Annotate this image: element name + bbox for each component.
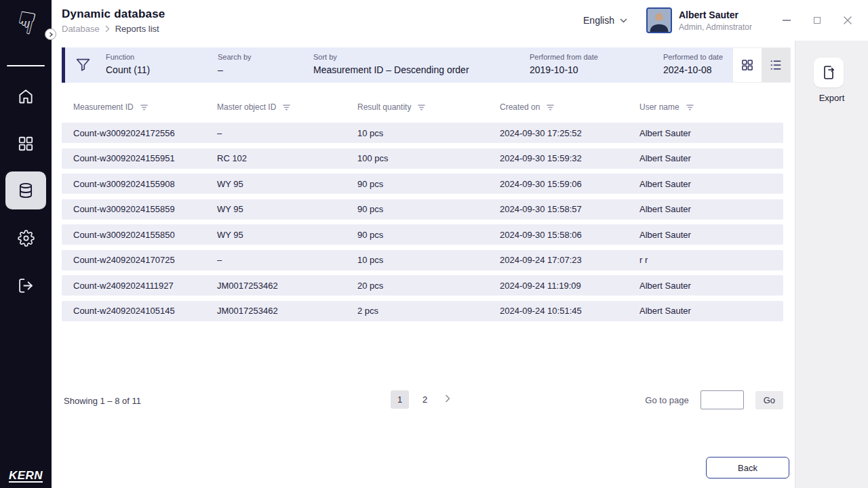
table-header-row: Measurement IDMaster object IDResult qua… [62,100,783,114]
sidebar: ☟ KERN [0,0,52,488]
pagination: Showing 1 – 8 of 11 12 Go to page Go [62,390,783,411]
column-header-master-object-id[interactable]: Master object ID [217,102,357,112]
table-row[interactable]: Count-w30092024172556–10 pcs2024-09-30 1… [62,123,783,143]
filter-field-function[interactable]: FunctionCount (11) [106,53,150,75]
filter-field-performed-from-date[interactable]: Performed from date2019-10-10 [530,53,598,75]
table-cell: Count-w24092024105145 [73,306,217,316]
column-filter-icon[interactable] [546,103,555,112]
table-row[interactable]: Count-w30092024155850WY 9590 pcs2024-09-… [62,224,783,245]
table-cell: 2024-09-30 17:25:52 [500,128,639,138]
table-row[interactable]: Count-w24092024111927JM001725346220 pcs2… [62,275,783,296]
sidebar-item-logout[interactable] [0,266,52,304]
avatar[interactable] [646,7,672,33]
settings-icon [18,230,35,247]
filter-field-sort-by[interactable]: Sort byMeasurement ID – Descending order [313,53,469,75]
column-filter-icon[interactable] [282,103,291,112]
page-button-2[interactable]: 2 [416,390,434,409]
goto-page-input[interactable] [701,390,744,409]
table-cell: Albert Sauter [639,230,783,240]
table-row[interactable]: Count-w24092024170725–10 pcs2024-09-24 1… [62,250,783,270]
column-header-measurement-id[interactable]: Measurement ID [73,102,217,112]
kern-wordmark: KERN [0,469,52,483]
grid-view-icon [741,58,754,72]
sidebar-item-home[interactable] [0,77,52,115]
breadcrumb-current: Reports list [115,24,159,34]
language-selector[interactable]: English [583,15,627,26]
column-filter-icon[interactable] [417,103,426,112]
user-role: Admin, Adminstrator [679,22,752,32]
breadcrumb: Database Reports list [62,24,165,34]
reports-table: Measurement IDMaster object IDResult qua… [62,100,783,326]
sidebar-expand-button[interactable] [45,28,56,40]
table-cell: RC 102 [217,153,357,163]
grid-view-button[interactable] [733,48,762,82]
table-row[interactable]: Count-w24092024105145JM00172534622 pcs20… [62,301,783,321]
table-cell: Count-w30092024155859 [73,204,217,214]
filter-field-performed-to-date[interactable]: Performed to date2024-10-08 [663,53,723,75]
table-cell: 90 pcs [357,204,500,214]
minimize-button[interactable] [782,16,791,25]
header-right: English Albert Sauter Admin, Adminstrato… [583,7,868,33]
table-cell: 2024-09-30 15:58:57 [500,204,639,214]
next-page-button[interactable] [441,392,454,407]
table-cell: Albert Sauter [639,204,783,214]
back-button[interactable]: Back [706,457,789,479]
database-icon [17,182,35,199]
column-header-created-on[interactable]: Created on [500,102,639,112]
export-label: Export [795,93,868,103]
user-photo [648,9,671,32]
filter-field-label: Sort by [313,53,469,61]
table-cell: 2024-09-30 15:59:06 [500,179,639,189]
page-button-1[interactable]: 1 [391,390,409,409]
column-filter-icon[interactable] [140,103,149,112]
column-header-user-name[interactable]: User name [639,102,783,112]
table-cell: 2024-09-30 15:59:32 [500,153,639,163]
table-cell: WY 95 [217,230,357,240]
kern-hand-logo: ☟ [0,8,52,38]
table-cell: 2024-09-30 15:58:06 [500,230,639,240]
chevron-down-icon [620,18,627,23]
export-button[interactable] [814,58,844,87]
table-row[interactable]: Count-w30092024155859WY 9590 pcs2024-09-… [62,199,783,220]
column-header-result-quantity[interactable]: Result quantity [357,102,500,112]
list-view-button[interactable] [762,48,790,82]
close-icon [844,16,852,24]
close-button[interactable] [843,16,852,25]
export-icon [821,64,837,81]
table-cell: WY 95 [217,179,357,189]
maximize-icon [814,17,821,24]
breadcrumb-separator-icon [105,25,110,33]
goto-page: Go to page Go [645,390,783,409]
filter-field-label: Function [106,53,150,61]
breadcrumb-database[interactable]: Database [62,24,100,34]
table-cell: Count-w24092024111927 [73,281,217,291]
table-cell: JM0017253462 [217,306,357,316]
title-block: Dynamic database Database Reports list [62,7,165,34]
filter-fields: FunctionCount (11)Search by–Sort byMeasu… [65,47,732,83]
app-window: ☟ KERN Dynamic database Database R [0,0,868,488]
maximize-button[interactable] [812,16,822,25]
column-filter-icon[interactable] [686,103,694,112]
table-cell: 90 pcs [357,179,500,189]
user-name: Albert Sauter [679,9,752,20]
filter-field-search-by[interactable]: Search by– [218,53,252,75]
column-label: Created on [500,102,540,112]
column-label: User name [639,102,679,112]
go-button[interactable]: Go [755,391,783,409]
filter-field-value: Measurement ID – Descending order [313,64,469,75]
table-cell: 10 pcs [357,255,500,265]
sidebar-item-database[interactable] [5,171,46,209]
table-row[interactable]: Count-w30092024155908WY 9590 pcs2024-09-… [62,174,783,194]
goto-page-label: Go to page [645,395,688,405]
table-cell: Count-w30092024155908 [73,179,217,189]
window-controls [782,16,852,25]
sidebar-item-settings[interactable] [0,219,52,257]
table-cell: 2024-09-24 17:07:23 [500,255,639,265]
page-buttons: 12 [391,390,454,409]
table-cell: Albert Sauter [639,306,783,316]
table-cell: r r [639,255,783,265]
table-row[interactable]: Count-w30092024155951RC 102100 pcs2024-0… [62,148,783,169]
filter-summary-bar[interactable]: FunctionCount (11)Search by–Sort byMeasu… [62,47,732,83]
list-view-icon [769,58,783,72]
sidebar-item-dashboard[interactable] [0,125,52,163]
